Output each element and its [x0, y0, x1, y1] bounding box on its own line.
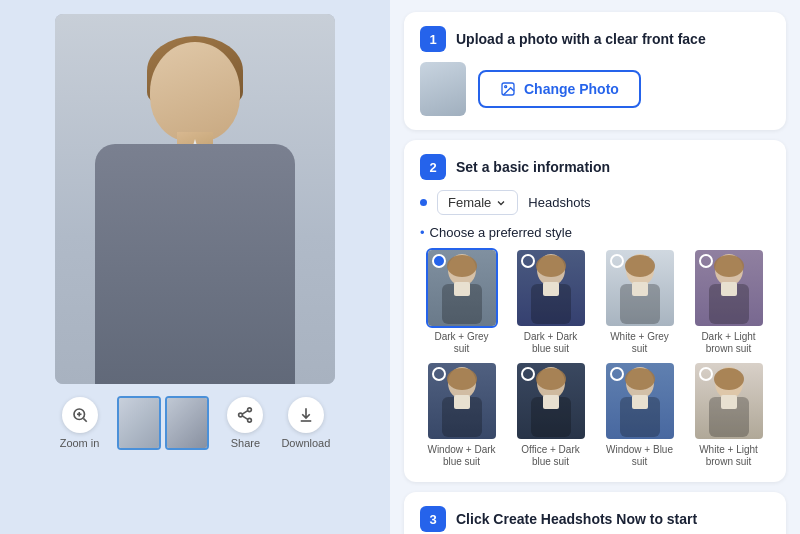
svg-point-20	[625, 255, 655, 277]
change-photo-label: Change Photo	[524, 81, 619, 97]
style-label-white-grey: White + Grey suit	[604, 331, 676, 355]
svg-rect-34	[543, 395, 559, 409]
style-label-dark-dark-blue: Dark + Dark blue suit	[515, 331, 587, 355]
radio-dark-light-brown	[699, 254, 713, 268]
step-3-number: 3	[420, 506, 446, 532]
gender-select[interactable]: Female	[437, 190, 518, 215]
step-2-header: 2 Set a basic information	[420, 154, 770, 180]
svg-rect-22	[632, 282, 648, 296]
style-thumb-wrap-dark-grey	[426, 248, 498, 328]
uploaded-photo-thumb	[420, 62, 466, 116]
radio-white-light-brown	[699, 367, 713, 381]
svg-point-28	[447, 368, 477, 390]
style-thumb-wrap-office-dark-blue	[515, 361, 587, 441]
style-label-window-dark-blue: Window + Dark blue suit	[426, 444, 498, 468]
style-item-dark-grey[interactable]: Dark + Grey suit	[420, 248, 503, 355]
svg-point-36	[625, 368, 655, 390]
svg-rect-42	[721, 395, 737, 409]
radio-dark-dark-blue	[521, 254, 535, 268]
style-item-white-grey[interactable]: White + Grey suit	[598, 248, 681, 355]
svg-point-32	[536, 368, 566, 390]
svg-line-8	[243, 416, 248, 420]
svg-point-4	[248, 408, 252, 412]
svg-rect-26	[721, 282, 737, 296]
step-3-card: 3 Click Create Headshots Now to start Cr…	[404, 492, 786, 534]
bullet-dot: •	[420, 225, 425, 240]
download-button[interactable]: Download	[281, 397, 330, 449]
svg-point-24	[714, 255, 744, 277]
zoom-in-icon	[62, 397, 98, 433]
style-item-dark-light-brown[interactable]: Dark + Light brown suit	[687, 248, 770, 355]
chevron-down-icon	[495, 197, 507, 209]
step-1-card: 1 Upload a photo with a clear front face…	[404, 12, 786, 130]
download-icon	[288, 397, 324, 433]
svg-line-1	[83, 418, 86, 421]
style-item-white-light-brown[interactable]: White + Light brown suit	[687, 361, 770, 468]
main-photo	[55, 14, 335, 384]
thumb-2[interactable]	[165, 396, 209, 450]
step-3-header: 3 Click Create Headshots Now to start	[420, 506, 770, 532]
step-1-header: 1 Upload a photo with a clear front face	[420, 26, 770, 52]
style-thumb-wrap-white-light-brown	[693, 361, 765, 441]
headshots-badge: Headshots	[528, 195, 590, 210]
svg-point-40	[714, 368, 744, 390]
download-label: Download	[281, 437, 330, 449]
radio-window-blue	[610, 367, 624, 381]
left-panel: Zoom in Share	[0, 0, 390, 534]
thumbnail-strip	[117, 396, 209, 450]
svg-rect-30	[454, 395, 470, 409]
style-thumb-wrap-dark-dark-blue	[515, 248, 587, 328]
share-button[interactable]: Share	[227, 397, 263, 449]
gender-bullet	[420, 199, 427, 206]
svg-point-16	[536, 255, 566, 277]
svg-rect-38	[632, 395, 648, 409]
style-thumb-wrap-window-blue	[604, 361, 676, 441]
gender-value: Female	[448, 195, 491, 210]
thumb-1[interactable]	[117, 396, 161, 450]
share-label: Share	[231, 437, 260, 449]
style-label-white-light-brown: White + Light brown suit	[693, 444, 765, 468]
svg-point-5	[239, 413, 243, 417]
zoom-in-button[interactable]: Zoom in	[60, 397, 100, 449]
upload-row: Change Photo	[420, 62, 770, 116]
svg-point-12	[447, 255, 477, 277]
svg-point-6	[248, 418, 252, 422]
radio-white-grey	[610, 254, 624, 268]
radio-window-dark-blue	[432, 367, 446, 381]
step-1-title: Upload a photo with a clear front face	[456, 31, 706, 47]
step-2-card: 2 Set a basic information Female Headsho…	[404, 140, 786, 482]
style-label-office-dark-blue: Office + Dark blue suit	[515, 444, 587, 468]
style-label-dark-grey: Dark + Grey suit	[426, 331, 498, 355]
photo-controls: Zoom in Share	[14, 396, 376, 450]
style-item-dark-dark-blue[interactable]: Dark + Dark blue suit	[509, 248, 592, 355]
style-section-title: •Choose a preferred style	[420, 225, 770, 240]
step-2-number: 2	[420, 154, 446, 180]
change-photo-button[interactable]: Change Photo	[478, 70, 641, 108]
image-icon	[500, 81, 516, 97]
radio-dark-grey	[432, 254, 446, 268]
radio-office-dark-blue	[521, 367, 535, 381]
style-item-window-blue[interactable]: Window + Blue suit	[598, 361, 681, 468]
style-thumb-wrap-white-grey	[604, 248, 676, 328]
share-icon	[227, 397, 263, 433]
svg-line-7	[243, 411, 248, 415]
style-item-office-dark-blue[interactable]: Office + Dark blue suit	[509, 361, 592, 468]
style-thumb-wrap-window-dark-blue	[426, 361, 498, 441]
svg-point-10	[505, 86, 507, 88]
style-grid: Dark + Grey suit Dark + Dark blue suit W…	[420, 248, 770, 468]
style-item-window-dark-blue[interactable]: Window + Dark blue suit	[420, 361, 503, 468]
gender-row: Female Headshots	[420, 190, 770, 215]
style-label-dark-light-brown: Dark + Light brown suit	[693, 331, 765, 355]
step-3-title: Click Create Headshots Now to start	[456, 511, 697, 527]
style-thumb-wrap-dark-light-brown	[693, 248, 765, 328]
svg-rect-18	[543, 282, 559, 296]
style-label-window-blue: Window + Blue suit	[604, 444, 676, 468]
zoom-in-label: Zoom in	[60, 437, 100, 449]
step-1-number: 1	[420, 26, 446, 52]
svg-rect-14	[454, 282, 470, 296]
right-panel: 1 Upload a photo with a clear front face…	[390, 0, 800, 534]
step-2-title: Set a basic information	[456, 159, 610, 175]
